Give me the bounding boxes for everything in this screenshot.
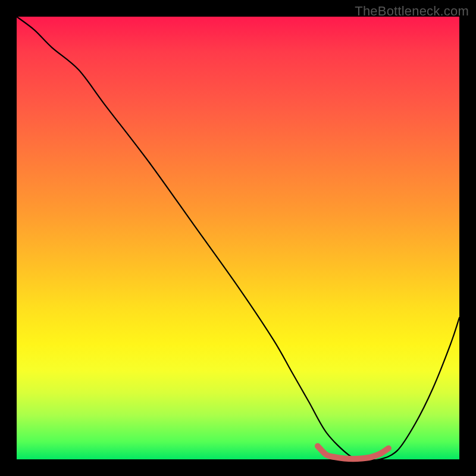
watermark-text: TheBottleneck.com: [355, 4, 469, 19]
curve-line: [17, 17, 459, 460]
chart-svg: [17, 17, 459, 459]
min-marker: [318, 446, 389, 459]
chart-frame: TheBottleneck.com: [0, 0, 476, 476]
